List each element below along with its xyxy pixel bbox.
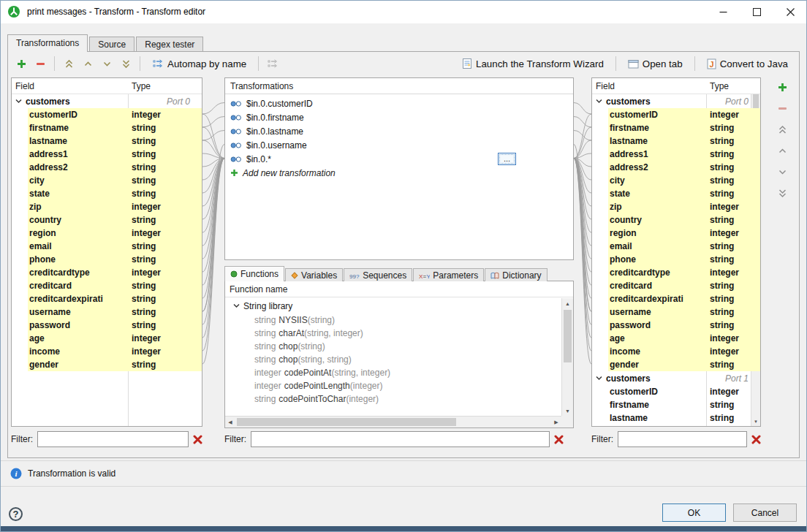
move-to-top-icon[interactable] [61, 56, 76, 71]
field-row[interactable]: address2string [592, 161, 760, 174]
field-row[interactable]: citystring [592, 174, 760, 187]
transformation-row[interactable]: $in.0.firstname [225, 110, 573, 124]
move-to-top-icon[interactable] [775, 122, 789, 137]
move-up-icon[interactable] [775, 143, 789, 158]
field-row[interactable]: customerIDinteger [12, 108, 202, 121]
scroll-down-arrow[interactable]: ▼ [562, 406, 573, 416]
field-row[interactable]: customerIDinteger [592, 108, 760, 121]
tab-functions[interactable]: Functions [224, 266, 284, 281]
field-row[interactable]: address2string [12, 161, 202, 174]
field-row[interactable]: regioninteger [12, 227, 202, 240]
function-row[interactable]: stringcodePointToChar(integer) [225, 392, 561, 406]
launch-transform-wizard-button[interactable]: Launch the Transform Wizard [457, 56, 609, 72]
column-header-field[interactable]: Field [12, 78, 128, 94]
tab-transformations[interactable]: Transformations [7, 34, 88, 51]
transformation-row[interactable]: $in.0.customerID [225, 96, 573, 110]
automap-by-name-button[interactable]: Automap by name [147, 56, 251, 72]
field-row[interactable]: zipinteger [592, 200, 760, 213]
transformation-row[interactable]: $in.0.*... [225, 152, 573, 166]
function-row[interactable]: integercodePointLength(integer) [225, 379, 561, 392]
move-to-bottom-icon[interactable] [118, 56, 133, 71]
function-row[interactable]: stringchop(string) [225, 340, 561, 353]
field-row[interactable]: customerIDinteger [592, 385, 760, 398]
field-row[interactable]: address1string [12, 148, 202, 161]
field-row[interactable]: passwordstring [592, 319, 760, 332]
tab-regex-tester[interactable]: Regex tester [136, 37, 203, 51]
function-library-group[interactable]: String library [225, 298, 561, 314]
column-header-type[interactable]: Type [706, 78, 732, 94]
scrollbar-thumb[interactable] [564, 310, 572, 362]
field-row[interactable]: phonestring [592, 253, 760, 266]
move-to-bottom-icon[interactable] [775, 186, 789, 200]
record-group-row[interactable]: customersPort 0 [592, 94, 760, 108]
open-tab-button[interactable]: Open tab [623, 56, 688, 72]
field-row[interactable]: creditcardexpiratistring [12, 292, 202, 305]
field-row[interactable]: lastnamestring [12, 134, 202, 148]
field-row[interactable]: firstnamestring [592, 398, 760, 411]
field-row[interactable]: emailstring [592, 240, 760, 253]
function-row[interactable]: stringchop(string, string) [225, 353, 561, 366]
field-row[interactable]: address1string [592, 148, 760, 161]
field-row[interactable]: phonestring [12, 253, 202, 266]
field-row[interactable]: firstnamestring [592, 121, 760, 134]
functions-filter-input[interactable] [251, 431, 550, 447]
help-button[interactable]: ? [9, 507, 23, 521]
record-group-row[interactable]: customersPort 0 [12, 94, 202, 108]
transformation-row[interactable]: $in.0.lastname [225, 124, 573, 138]
add-field-icon[interactable] [775, 80, 789, 94]
function-row[interactable]: integercodePointAt(string, integer) [225, 366, 561, 379]
move-down-icon[interactable] [775, 164, 789, 179]
remove-mapping-icon[interactable] [33, 56, 48, 71]
field-row[interactable]: creditcardexpiratistring [592, 292, 760, 305]
move-down-icon[interactable] [99, 56, 114, 71]
field-row[interactable]: citystring [12, 174, 202, 187]
add-mapping-icon[interactable] [14, 56, 29, 71]
scroll-right-arrow[interactable]: ▶ [551, 417, 561, 428]
tree-expander-icon[interactable] [233, 303, 243, 309]
tab-source[interactable]: Source [89, 37, 134, 51]
field-row[interactable]: incomeinteger [12, 345, 202, 358]
scroll-up-arrow[interactable]: ▲ [562, 298, 573, 308]
field-row[interactable]: zipinteger [12, 200, 202, 213]
field-row[interactable]: lastnamestring [592, 134, 760, 148]
field-row[interactable]: usernamestring [592, 305, 760, 319]
open-mapping-dialog-button[interactable]: ... [498, 153, 516, 165]
convert-to-java-button[interactable]: J Convert to Java [702, 56, 793, 72]
field-row[interactable]: firstnamestring [12, 121, 202, 134]
field-row[interactable]: creditcardstring [12, 279, 202, 292]
cancel-button[interactable]: Cancel [733, 503, 797, 522]
tree-expander-icon[interactable] [596, 375, 605, 381]
move-up-icon[interactable] [80, 56, 95, 71]
clear-filter-icon[interactable] [193, 435, 202, 444]
column-header-type[interactable]: Type [128, 78, 154, 94]
field-row[interactable]: statestring [12, 187, 202, 200]
field-row[interactable]: lastnamestring [592, 411, 760, 425]
scrollbar-thumb[interactable] [237, 418, 456, 426]
field-row[interactable]: emailstring [12, 240, 202, 253]
target-filter-input[interactable] [618, 431, 747, 447]
function-row[interactable]: stringNYSIIS(string) [225, 314, 561, 327]
horizontal-scrollbar[interactable]: ◀ ▶ [225, 416, 561, 428]
field-row[interactable]: creditcardtypeinteger [592, 266, 760, 279]
add-new-transformation[interactable]: Add new transformation [225, 166, 573, 180]
clear-filter-icon[interactable] [554, 435, 564, 444]
tab-dictionary[interactable]: Dictionary [485, 268, 547, 281]
field-row[interactable]: regioninteger [592, 227, 760, 240]
minimize-button[interactable] [706, 0, 740, 23]
field-row[interactable]: genderstring [592, 358, 760, 371]
field-row[interactable]: statestring [592, 187, 760, 200]
field-row[interactable]: creditcardtypeinteger [12, 266, 202, 279]
record-group-row[interactable]: customersPort 1 [592, 371, 760, 385]
scroll-left-arrow[interactable]: ◀ [225, 417, 235, 428]
vertical-scrollbar[interactable]: ▲ ▼ [561, 298, 573, 416]
field-row[interactable]: countrystring [12, 213, 202, 227]
field-row[interactable]: ageinteger [12, 332, 202, 345]
tree-expander-icon[interactable] [15, 98, 25, 104]
field-row[interactable]: ageinteger [592, 332, 760, 345]
maximize-button[interactable] [740, 0, 773, 23]
tab-sequences[interactable]: 99?Sequences [344, 268, 412, 281]
source-filter-input[interactable] [37, 431, 189, 447]
function-row[interactable]: stringcharAt(string, integer) [225, 327, 561, 340]
field-row[interactable]: incomeinteger [592, 345, 760, 358]
field-row[interactable]: usernamestring [12, 305, 202, 319]
